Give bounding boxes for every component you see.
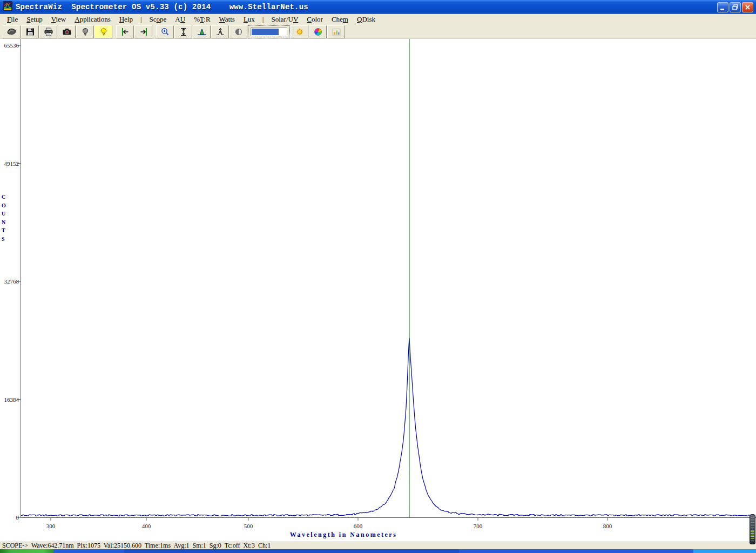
window-title: SpectraWiz Spectrometer OS v5.33 (c) 201… [16,3,714,11]
y-axis-title-letter: U [2,211,5,217]
menu-separator: | [259,15,267,24]
menu-watts[interactable]: Watts [215,15,239,24]
system-tray-partial [693,549,756,553]
taskbar-window-button-partial[interactable] [124,549,459,553]
y-axis-title-letter: T [2,227,5,233]
y-axis-title-letter: C [2,194,5,200]
autoscale-y-button[interactable] [174,25,192,38]
menu-solaruv[interactable]: Solar/UV [267,15,302,24]
dark-reference-button[interactable] [230,25,247,38]
toolbar [0,25,756,39]
menu-separator: | [137,15,145,24]
y-axis-title-letter: N [2,219,6,225]
camera-icon [62,28,72,36]
x-tick-label: 800 [603,523,612,529]
x-tick-label: 600 [354,523,363,529]
print-button[interactable] [39,25,57,38]
menu-setup[interactable]: Setup [22,15,47,24]
menu-qdisk[interactable]: QDisk [353,15,380,24]
x-axis-title: Wavelength in Nanometers [290,531,397,538]
title-bar: SpectraWiz Spectrometer OS v5.33 (c) 201… [0,0,756,14]
half-moon-icon [233,28,244,36]
close-button[interactable] [742,2,753,12]
chart-colors-icon [331,28,342,36]
x-tick-label: 400 [142,523,151,529]
sun-icon [294,28,305,36]
vertical-scroll-slider[interactable] [750,514,755,544]
chem-mode-button[interactable] [327,25,345,38]
printer-icon [43,28,54,36]
zoom-button[interactable] [156,25,174,38]
save-file-button[interactable] [21,25,39,38]
y-axis-title-letter: O [2,203,6,208]
menu-tr[interactable]: %T:R [190,15,214,24]
peak-hold-button[interactable] [211,25,229,38]
menu-view[interactable]: View [47,15,70,24]
y-tick-label: 32768 [4,278,19,285]
y-tick-label: 0 [16,514,19,521]
menu-bar: FileSetupViewApplicationsHelp|ScopeAU%T:… [0,14,756,25]
x-tick-label: 500 [244,523,253,529]
cursor-right-button[interactable] [134,25,152,38]
close-icon [744,4,751,11]
peak-display-button[interactable] [193,25,211,38]
blue-progress-bar [251,28,287,36]
menu-applications[interactable]: Applications [70,15,114,24]
taskbar-sliver [0,549,756,553]
vertical-scale-icon [178,28,189,36]
bulb-gray-icon [80,28,91,36]
lamp-on-button[interactable] [94,25,112,38]
start-button-partial[interactable] [0,549,54,553]
folder-open-icon [6,27,18,36]
floppy-save-icon [25,28,36,36]
open-file-button[interactable] [3,25,21,38]
slider-green-level [751,530,754,539]
minimize-button[interactable] [717,2,728,12]
green-peak-icon [197,28,207,36]
cursor-left-icon [120,28,131,36]
menu-au[interactable]: AU [171,15,190,24]
spectrum-trace [21,338,751,516]
cursor-right-icon [138,28,149,36]
restore-icon [732,4,739,11]
minimize-icon [719,4,726,11]
spectrawiz-window: SpectraWiz Spectrometer OS v5.33 (c) 201… [0,0,756,553]
cursor-left-button[interactable] [116,25,134,38]
menu-file[interactable]: File [3,15,22,24]
sun-mode-button[interactable] [291,25,308,38]
progress-fill [252,29,279,35]
y-tick-label: 16384 [4,396,19,403]
peak-up-arrow-icon [215,28,226,36]
color-wheel-icon [314,28,322,36]
x-tick-label: 300 [46,523,56,529]
bulb-yellow-icon [98,28,109,36]
menu-color[interactable]: Color [302,15,327,24]
magnifier-zoom-icon [160,28,171,36]
snapshot-button[interactable] [58,25,76,38]
menu-chem[interactable]: Chem [327,15,353,24]
menu-scope[interactable]: Scope [145,15,171,24]
menu-lux[interactable]: Lux [239,15,259,24]
y-axis-title-letter: S [2,236,5,242]
status-bar: SCOPE-> Wave:642.71nm Pix:1075 Val:25150… [0,542,756,549]
x-tick-label: 700 [474,523,483,529]
integration-level-button[interactable] [248,25,290,38]
y-tick-label: 49152 [4,160,19,167]
status-readout: SCOPE-> Wave:642.71nm Pix:1075 Val:25150… [2,542,271,550]
color-mode-button[interactable] [309,25,327,38]
spectrum-plot-area[interactable]: 016384327684915265536300400500600700800W… [0,39,756,542]
menu-help[interactable]: Help [115,15,137,24]
restore-button[interactable] [730,2,741,12]
spectrawiz-logo-icon [3,1,12,13]
y-tick-label: 65536 [4,42,19,49]
lamp-off-button[interactable] [76,25,94,38]
